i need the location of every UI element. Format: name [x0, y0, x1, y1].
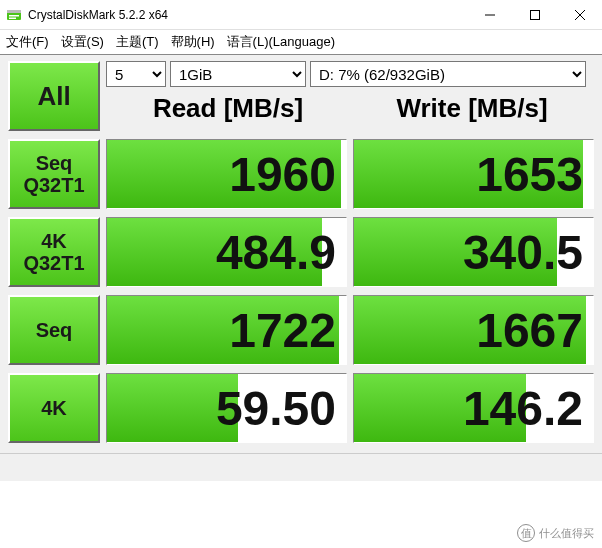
menu-help[interactable]: 帮助(H) [171, 33, 215, 51]
svg-rect-1 [7, 10, 21, 13]
svg-rect-3 [9, 17, 16, 19]
row-4k-q32t1: 4K Q32T1 484.9 340.5 [8, 217, 594, 287]
test-count-select[interactable]: 5 [106, 61, 166, 87]
svg-rect-4 [530, 10, 539, 19]
r4k-write: 146.2 [353, 373, 594, 443]
menubar: 文件(F) 设置(S) 主题(T) 帮助(H) 语言(L)(Language) [0, 30, 602, 54]
window-title: CrystalDiskMark 5.2.2 x64 [28, 8, 467, 22]
drive-select[interactable]: D: 7% (62/932GiB) [310, 61, 586, 87]
r4k-read: 59.50 [106, 373, 347, 443]
menu-settings[interactable]: 设置(S) [61, 33, 104, 51]
app-icon [6, 7, 22, 23]
r4k-q32t1-button[interactable]: 4K Q32T1 [8, 217, 100, 287]
row-seq-q32t1: Seq Q32T1 1960 1653 [8, 139, 594, 209]
row-seq: Seq 1722 1667 [8, 295, 594, 365]
seq-q32t1-write: 1653 [353, 139, 594, 209]
close-button[interactable] [557, 0, 602, 30]
svg-rect-2 [9, 15, 19, 17]
read-header: Read [MB/s] [106, 93, 350, 124]
r4k-q32t1-read: 484.9 [106, 217, 347, 287]
row-4k: 4K 59.50 146.2 [8, 373, 594, 443]
all-button-label: All [37, 82, 70, 111]
r4k-q32t1-write: 340.5 [353, 217, 594, 287]
content-area: All 5 1GiB D: 7% (62/932GiB) Read [MB/s]… [0, 54, 602, 453]
menu-theme[interactable]: 主题(T) [116, 33, 159, 51]
test-size-select[interactable]: 1GiB [170, 61, 306, 87]
seq-read: 1722 [106, 295, 347, 365]
menu-language[interactable]: 语言(L)(Language) [227, 33, 335, 51]
window-controls [467, 0, 602, 30]
titlebar: CrystalDiskMark 5.2.2 x64 [0, 0, 602, 30]
seq-write: 1667 [353, 295, 594, 365]
maximize-button[interactable] [512, 0, 557, 30]
all-button[interactable]: All [8, 61, 100, 131]
seq-q32t1-read: 1960 [106, 139, 347, 209]
seq-q32t1-button[interactable]: Seq Q32T1 [8, 139, 100, 209]
minimize-button[interactable] [467, 0, 512, 30]
menu-file[interactable]: 文件(F) [6, 33, 49, 51]
r4k-button[interactable]: 4K [8, 373, 100, 443]
seq-button[interactable]: Seq [8, 295, 100, 365]
write-header: Write [MB/s] [350, 93, 594, 124]
statusbar [0, 453, 602, 481]
